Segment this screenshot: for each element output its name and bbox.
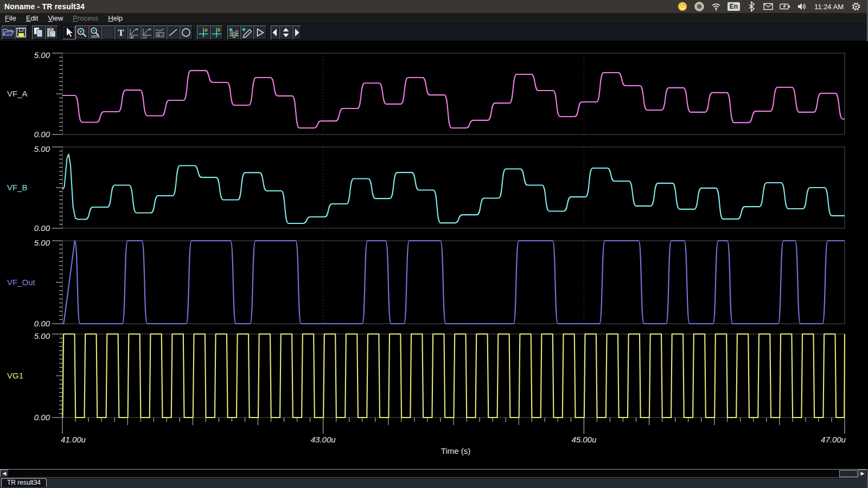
scroll-right-button[interactable]: ▶ [858,470,867,477]
nav-right-icon [291,27,303,38]
y-min-label: 0.00 [34,223,50,233]
keyboard-layout-indicator[interactable]: En [727,2,740,11]
cursor-arrow-icon [63,27,75,38]
app-volume-knob-icon[interactable] [694,1,705,12]
menu-view[interactable]: View [43,13,68,23]
x-tick-label: 45.00u [571,435,597,444]
nav-left-button[interactable] [271,25,279,40]
legend-icon [154,27,166,38]
x-axis: 41.00u43.00u45.00u47.00uTime (s) [61,418,846,455]
grid-dots-button[interactable] [101,25,114,40]
panel-vf_b: 5.000.00VF_B [7,144,845,233]
toolbar-group [271,25,301,40]
nav-right-button[interactable] [292,25,301,40]
save-floppy-button[interactable] [15,25,28,40]
add-pen-icon [241,27,253,38]
text-tool-button[interactable]: T [114,25,127,40]
toolbar-group [2,25,28,40]
clock[interactable]: 11:24 AM [813,3,845,11]
text-tool-icon: T [115,27,127,38]
svg-text:100%: 100% [91,34,100,38]
trace-vf_a [62,70,845,128]
legend-button[interactable] [154,25,167,40]
speaker-icon[interactable] [796,1,807,12]
menu-edit[interactable]: Edit [21,13,43,23]
panel-frame [62,241,845,324]
trace-vf_b [62,155,845,224]
paste-button[interactable] [45,25,58,40]
y-max-label: 5.00 [34,144,50,153]
menu-help[interactable]: Help [103,13,127,23]
curve-marker-q-icon: ? [141,27,153,38]
curve-marker-a-icon: a [128,27,140,38]
cursor-a-icon: a [197,27,209,38]
panel-frame [62,147,845,228]
toolbar: 100%Ta?ab [0,24,867,41]
add-curves-icon [228,27,240,38]
mail-icon[interactable] [763,1,774,12]
menu-process[interactable]: Process [68,13,103,23]
session-gear-icon[interactable] [851,1,861,12]
waveform-chart: 5.000.00VF_A5.000.00VF_B5.000.00VF_Out5.… [0,41,868,469]
y-max-label: 5.00 [34,50,50,60]
svg-text:a: a [205,27,207,33]
app-bird-icon[interactable] [677,1,688,12]
tab-tr-result34[interactable]: TR result34 [1,478,47,487]
panel-vf_a: 5.000.00VF_A [7,50,845,139]
y-max-label: 5.00 [34,238,50,247]
toolbar-group [32,25,58,40]
x-tick-label: 43.00u [311,435,336,444]
bluetooth-icon[interactable] [746,1,757,12]
cursor-arrow-button[interactable] [62,25,75,40]
add-pen-button[interactable] [240,25,253,40]
line-tool-button[interactable] [167,25,180,40]
svg-text:b: b [218,27,220,33]
menu-file[interactable]: File [0,13,21,23]
y-min-label: 0.00 [34,130,50,139]
x-axis-title: Time (s) [441,446,470,455]
line-tool-icon [167,27,179,38]
toolbar-group: ab [197,25,223,40]
horizontal-scrollbar[interactable]: ◀ ▶ [0,469,867,478]
y-min-label: 0.00 [34,413,50,422]
panel-frame [62,53,845,134]
play-icon [254,27,266,38]
title-bar: Noname - TR result34 En11:24 AM [0,0,867,13]
y-min-label: 0.00 [34,319,50,328]
play-button[interactable] [253,25,266,40]
ellipse-tool-icon [180,27,192,38]
open-folder-button[interactable] [2,25,15,40]
app-window: Noname - TR result34 En11:24 AM FileEdit… [0,0,868,488]
svg-text:T: T [118,28,124,38]
paste-icon [46,27,58,38]
svg-text:a: a [131,35,133,38]
zoom-in-icon [76,27,88,38]
signal-label-vg1: VG1 [7,371,23,380]
toolbar-group [227,25,266,40]
zoom-in-button[interactable] [75,25,88,40]
scrollbar-track[interactable] [9,470,839,477]
grid-dots-icon [102,27,114,38]
save-floppy-icon [15,27,27,38]
cursor-b-button[interactable]: b [210,25,223,40]
battery-icon[interactable] [780,1,790,12]
system-tray: En11:24 AM [677,1,867,12]
cursor-b-icon: b [210,27,222,38]
open-folder-icon [2,27,14,38]
zoom-out-100-button[interactable]: 100% [88,25,101,40]
y-max-label: 5.00 [34,331,50,341]
toolbar-group: 100%Ta? [62,25,193,40]
panel-vf_out: 5.000.00VF_Out [7,238,845,328]
trace-vg1 [62,334,845,418]
add-curves-button[interactable] [227,25,240,40]
scroll-left-button[interactable]: ◀ [0,470,9,477]
wifi-icon[interactable] [711,1,722,12]
cursor-a-button[interactable]: a [197,25,210,40]
ellipse-tool-button[interactable] [180,25,193,40]
nav-updown-icon [280,27,292,38]
scrollbar-thumb[interactable] [839,470,858,477]
x-tick-label: 41.00u [61,435,86,444]
curve-marker-q-button[interactable]: ? [141,25,154,40]
curve-marker-a-button[interactable]: a [127,25,141,40]
copy-button[interactable] [32,25,45,40]
